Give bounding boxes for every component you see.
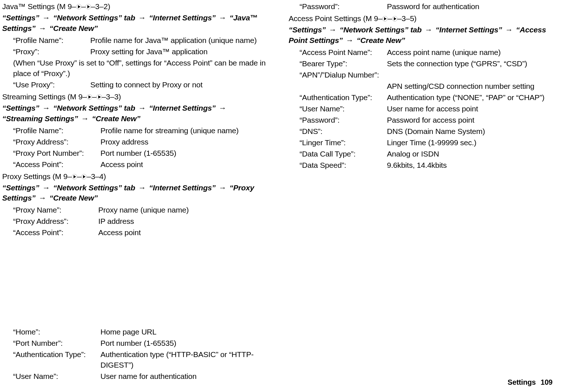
svg-marker-15	[394, 17, 396, 20]
nav-step: “Settings”	[2, 13, 39, 22]
arrow-icon: →	[218, 13, 227, 22]
field-row: “DNS”: DNS (Domain Name System)	[300, 126, 553, 137]
field-desc: Home page URL	[100, 327, 266, 337]
field-desc: Linger Time (1-99999 sec.)	[387, 138, 553, 148]
right-triangle-icon	[392, 16, 397, 21]
field-row: “Authentication Type”: Authentication ty…	[300, 92, 553, 103]
field-desc: Authentication type (“NONE”, “PAP” or “C…	[387, 92, 553, 103]
field-list-streaming: “Profile Name”: Profile name for streami…	[2, 126, 266, 170]
field-row: “Bearer Type”: Sets the connection type …	[300, 59, 553, 69]
right-triangle-icon	[86, 4, 91, 9]
field-label: “User Name”:	[300, 104, 387, 114]
footer-page-number: 109	[541, 378, 553, 386]
arrow-icon: →	[137, 183, 147, 192]
field-row: “Password”: Password for authentication	[300, 1, 553, 12]
nav-step: “Settings”	[2, 104, 39, 112]
field-row: “Data Call Type”: Analog or ISDN	[300, 149, 553, 159]
field-desc: Access point	[100, 159, 266, 170]
right-triangle-icon	[382, 16, 388, 21]
heading-text: –	[388, 14, 392, 23]
section-heading-java: Java™ Settings (M 9–––3–2)	[2, 1, 266, 12]
nav-step: “Internet Settings”	[149, 104, 216, 112]
field-desc: Proxy name (unique name)	[98, 205, 266, 215]
field-label: “Authentication Type”:	[13, 349, 100, 360]
nav-step: “Create New”	[92, 114, 140, 123]
field-label: “Profile Name”:	[13, 35, 90, 46]
manual-page: Java™ Settings (M 9–––3–2) “Settings” → …	[0, 0, 570, 392]
nav-path-ap: “Settings” → “Network Settings” tab → “I…	[289, 25, 553, 47]
arrow-icon: →	[41, 104, 51, 112]
svg-marker-11	[83, 175, 86, 178]
section-heading-ap: Access Point Settings (M 9–––3–5)	[289, 13, 553, 24]
field-label: “Bearer Type”:	[300, 59, 387, 69]
nav-step: “Network Settings” tab	[53, 13, 135, 22]
heading-text: –3–4)	[87, 172, 106, 181]
field-label-apn: “APN”/”Dialup Number”:	[300, 70, 553, 80]
nav-step: “Network Settings” tab	[53, 183, 135, 192]
nav-step: “Network Settings” tab	[340, 25, 421, 34]
svg-marker-13	[384, 17, 387, 20]
arrow-icon: →	[37, 24, 47, 32]
heading-text: Proxy Settings (M 9–	[2, 172, 72, 181]
column-spacer	[2, 239, 266, 326]
field-row: “Port Number”: Port number (1-65535)	[13, 338, 266, 349]
field-row: “Proxy Address”: IP address	[13, 216, 266, 227]
nav-step: “Internet Settings”	[149, 13, 216, 22]
field-label: “Password”:	[300, 115, 387, 126]
section-heading-streaming: Streaming Settings (M 9–––3–3)	[2, 92, 266, 102]
svg-marker-3	[87, 5, 90, 8]
field-label: “Authentication Type”:	[300, 92, 387, 103]
field-row: “Use Proxy”: Setting to connect by Proxy…	[13, 80, 266, 90]
nav-step: “Settings”	[2, 183, 39, 192]
field-label: “Linger Time”:	[300, 138, 387, 148]
right-triangle-icon	[72, 174, 77, 179]
field-desc: Proxy setting for Java™ application	[90, 47, 266, 57]
field-list-ap: “Access Point Name”: Access point name (…	[289, 47, 553, 171]
svg-marker-9	[74, 175, 76, 178]
field-label: “Proxy Port Number”:	[13, 148, 100, 159]
right-triangle-icon	[96, 94, 102, 100]
heading-text: Streaming Settings (M 9–	[2, 92, 87, 101]
heading-text: –3–2)	[91, 2, 110, 11]
heading-text: –3–3)	[102, 92, 121, 101]
field-desc: DNS (Domain Name System)	[387, 126, 553, 137]
field-label: “Access Point”:	[13, 227, 98, 238]
field-label: “Profile Name”:	[13, 126, 100, 136]
section-heading-proxy: Proxy Settings (M 9–––3–4)	[2, 171, 266, 182]
arrow-icon: →	[218, 183, 227, 192]
heading-text: Access Point Settings (M 9–	[289, 14, 382, 23]
field-row: “Password”: Password for access point	[300, 115, 553, 126]
field-row: “User Name”: User name for authenticatio…	[13, 371, 266, 382]
heading-text: –	[82, 2, 86, 11]
right-triangle-icon	[81, 174, 87, 179]
nav-step: “Create New”	[50, 24, 98, 32]
right-triangle-icon	[76, 4, 82, 9]
field-row: “Proxy Address”: Proxy address	[13, 137, 266, 147]
page-footer: Settings 109	[508, 377, 553, 388]
right-triangle-icon	[87, 94, 92, 100]
field-row: “Profile Name”: Profile name for streami…	[13, 126, 266, 136]
nav-path-proxy: “Settings” → “Network Settings” tab → “I…	[2, 183, 266, 205]
field-label: “Proxy Address”:	[13, 216, 98, 227]
field-label: “Proxy Name”:	[13, 205, 98, 215]
nav-step: “Create New”	[50, 194, 98, 202]
field-label: “DNS”:	[300, 126, 387, 137]
field-desc: Port number (1-65535)	[100, 148, 266, 159]
heading-text: –3–5)	[397, 14, 417, 23]
field-desc: Sets the connection type (“GPRS”, “CSD”)	[387, 59, 553, 69]
field-row: “Profile Name”: Profile name for Java™ a…	[13, 35, 266, 46]
nav-path-java: “Settings” → “Network Settings” tab → “I…	[2, 13, 266, 35]
field-desc: APN setting/CSD connection number settin…	[387, 81, 553, 92]
field-desc: IP address	[98, 216, 266, 227]
field-row: “Access Point”: Access point	[13, 159, 266, 170]
nav-step: “Network Settings” tab	[53, 104, 135, 112]
heading-text: Java™ Settings (M 9–	[2, 2, 76, 11]
field-label: “Access Point Name”:	[300, 47, 387, 58]
field-list-proxy: “Proxy Name”: Proxy name (unique name) “…	[2, 205, 266, 238]
field-row: “Data Speed”: 9.6kbits, 14.4kbits	[300, 160, 553, 171]
svg-marker-5	[88, 95, 91, 99]
nav-step: “Internet Settings”	[436, 25, 502, 34]
field-desc: Port number (1-65535)	[100, 338, 266, 349]
svg-marker-7	[98, 95, 101, 99]
field-row: “Proxy”: Proxy setting for Java™ applica…	[13, 47, 266, 57]
